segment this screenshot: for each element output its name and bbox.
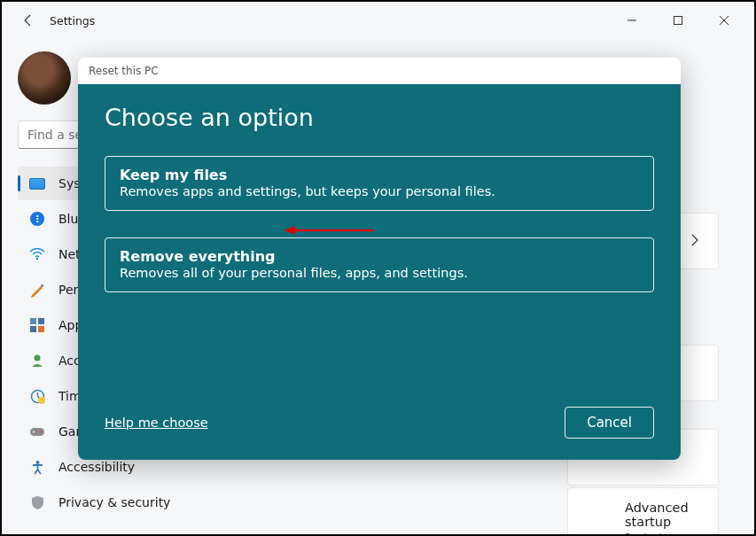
svg-rect-11 bbox=[30, 428, 44, 436]
advanced-startup-desc: Restart your device to change startup se… bbox=[625, 531, 689, 536]
svg-point-13 bbox=[40, 431, 42, 433]
reset-pc-modal: Reset this PC Choose an option Keep my f… bbox=[78, 58, 681, 460]
sidebar-item-label: Privacy & security bbox=[58, 495, 170, 509]
personalization-icon bbox=[28, 281, 46, 299]
gaming-icon bbox=[28, 423, 46, 440]
modal-heading: Choose an option bbox=[105, 104, 654, 131]
svg-point-12 bbox=[33, 431, 35, 433]
svg-point-2 bbox=[36, 258, 38, 260]
network-icon bbox=[28, 245, 46, 263]
option-desc: Removes apps and settings, but keeps you… bbox=[120, 184, 639, 198]
svg-point-14 bbox=[35, 461, 39, 464]
sidebar-item-label: Accessibility bbox=[58, 460, 135, 474]
cancel-button[interactable]: Cancel bbox=[565, 407, 654, 439]
advanced-startup-card: Advanced startup Restart your device to … bbox=[567, 487, 719, 536]
option-title: Remove everything bbox=[120, 248, 639, 265]
svg-rect-7 bbox=[38, 326, 44, 332]
bluetooth-icon: ⋮ bbox=[28, 210, 46, 228]
accounts-icon bbox=[28, 352, 46, 369]
minimize-button[interactable] bbox=[618, 6, 646, 35]
svg-rect-5 bbox=[38, 318, 44, 324]
option-desc: Removes all of your personal files, apps… bbox=[120, 266, 639, 280]
svg-point-10 bbox=[38, 397, 45, 404]
close-button[interactable] bbox=[710, 6, 738, 35]
window-title: Settings bbox=[50, 14, 95, 27]
back-button[interactable] bbox=[19, 12, 37, 29]
privacy-icon bbox=[28, 493, 46, 511]
time-language-icon bbox=[28, 387, 46, 405]
avatar bbox=[18, 51, 71, 105]
advanced-startup-title: Advanced startup bbox=[625, 501, 689, 529]
system-icon bbox=[28, 175, 46, 192]
option-title: Keep my files bbox=[120, 167, 639, 183]
svg-rect-1 bbox=[674, 17, 682, 25]
svg-rect-4 bbox=[30, 318, 36, 324]
titlebar: Settings bbox=[2, 2, 754, 39]
option-remove-everything[interactable]: Remove everything Removes all of your pe… bbox=[105, 237, 654, 292]
chevron-right-icon bbox=[691, 234, 698, 249]
modal-titlebar: Reset this PC bbox=[78, 58, 681, 84]
help-me-choose-link[interactable]: Help me choose bbox=[105, 416, 208, 430]
option-keep-my-files[interactable]: Keep my files Removes apps and settings,… bbox=[105, 156, 654, 211]
apps-icon bbox=[28, 316, 46, 334]
maximize-button[interactable] bbox=[664, 6, 692, 35]
svg-rect-6 bbox=[30, 326, 36, 332]
svg-point-8 bbox=[35, 355, 41, 361]
accessibility-icon bbox=[28, 458, 46, 476]
sidebar-item-privacy[interactable]: Privacy & security bbox=[18, 486, 272, 519]
